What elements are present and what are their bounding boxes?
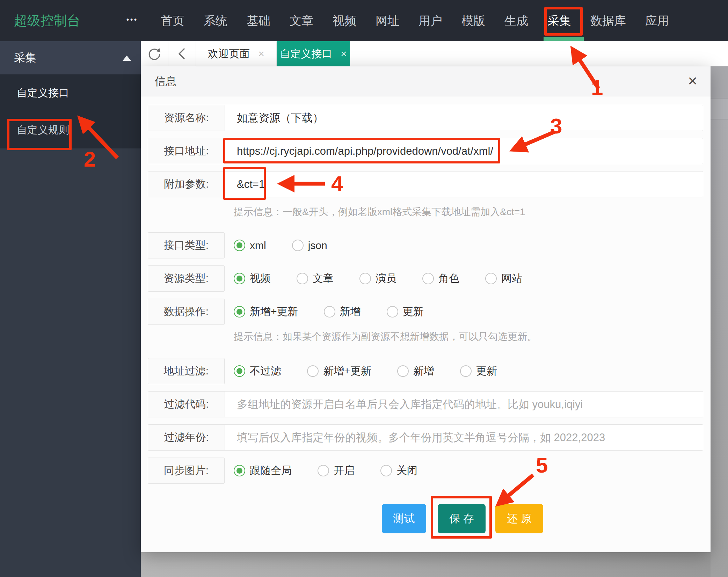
radio-url-filter-add-update[interactable]: 新增+更新 — [307, 364, 371, 378]
resource-name-input[interactable] — [225, 105, 703, 131]
api-type-options: xml json — [234, 240, 327, 251]
nav-item-system[interactable]: 系统 — [204, 0, 227, 41]
radio-label: 新增+更新 — [250, 305, 298, 319]
url-filter-options: 不过滤 新增+更新 新增 更新 — [234, 364, 497, 378]
nav-more-icon[interactable]: ••• — [126, 0, 138, 41]
api-url-input[interactable] — [225, 138, 703, 164]
radio-label: 跟随全局 — [250, 463, 292, 478]
radio-icon — [307, 365, 319, 377]
nav-item-collect[interactable]: 采集 — [547, 0, 571, 41]
nav-item-app[interactable]: 应用 — [645, 0, 669, 41]
tab-bar: 欢迎页面 × 自定义接口 × — [141, 41, 728, 66]
nav-item-url[interactable]: 网址 — [376, 0, 399, 41]
tab-close-icon[interactable]: × — [258, 48, 264, 60]
filter-year-label: 过滤年份: — [148, 425, 225, 450]
radio-resource-type-video[interactable]: 视频 — [234, 271, 271, 286]
dialog-title: 信息 — [155, 66, 176, 96]
dialog-close-icon[interactable]: × — [685, 66, 700, 96]
tab-welcome-page[interactable]: 欢迎页面 × — [196, 41, 277, 66]
nav-item-user[interactable]: 用户 — [418, 0, 442, 41]
radio-label: 开启 — [334, 463, 355, 478]
radio-url-filter-update[interactable]: 更新 — [460, 364, 497, 378]
row-api-type: 接口类型: xml json — [148, 232, 703, 258]
radio-sync-global[interactable]: 跟随全局 — [234, 463, 292, 478]
radio-resource-type-website[interactable]: 网站 — [485, 271, 522, 286]
radio-url-filter-add[interactable]: 新增 — [397, 364, 434, 378]
resource-name-label: 资源名称: — [148, 105, 225, 131]
radio-sync-on[interactable]: 开启 — [318, 463, 355, 478]
radio-label: 视频 — [250, 271, 271, 286]
tab-custom-api[interactable]: 自定义接口 × — [277, 41, 350, 66]
row-resource-type: 资源类型: 视频 文章 演员 角色 — [148, 265, 703, 292]
restore-button[interactable]: 还 原 — [495, 504, 543, 533]
sidebar-item-custom-api[interactable]: 自定义接口 — [0, 74, 141, 111]
resource-type-options: 视频 文章 演员 角色 网站 — [234, 271, 522, 286]
tab-label: 欢迎页面 — [208, 47, 250, 61]
radio-api-type-xml[interactable]: xml — [234, 240, 266, 251]
nav-item-article[interactable]: 文章 — [290, 0, 313, 41]
sidebar-group-collect[interactable]: 采集 — [0, 41, 141, 74]
radio-icon — [397, 365, 409, 377]
refresh-button[interactable] — [141, 41, 168, 66]
radio-icon — [234, 365, 245, 377]
dialog-header: 信息 × — [141, 66, 711, 96]
chevron-left-icon — [176, 46, 188, 61]
radio-label: 关闭 — [396, 463, 417, 478]
radio-data-op-update[interactable]: 更新 — [387, 305, 424, 319]
active-nav-underline — [544, 37, 584, 41]
sync-image-label: 同步图片: — [148, 458, 225, 484]
radio-url-filter-none[interactable]: 不过滤 — [234, 364, 281, 378]
extra-params-input[interactable] — [225, 171, 703, 197]
nav-item-home[interactable]: 首页 — [161, 0, 184, 41]
radio-label: 角色 — [438, 271, 459, 286]
row-data-operation: 数据操作: 新增+更新 新增 更新 — [148, 299, 703, 325]
sidebar: 采集 自定义接口 自定义规则 — [0, 41, 141, 577]
nav-item-generate[interactable]: 生成 — [504, 0, 528, 41]
radio-label: 演员 — [376, 271, 396, 286]
top-nav-menu: 首页 系统 基础 文章 视频 网址 用户 模版 生成 采集 数据库 应用 — [161, 0, 669, 41]
radio-label: 网站 — [501, 271, 522, 286]
tab-close-icon[interactable]: × — [341, 48, 347, 60]
filter-code-input[interactable] — [225, 392, 703, 417]
test-button[interactable]: 测试 — [382, 504, 426, 533]
radio-label: 新增 — [413, 364, 434, 378]
app-title: 超级控制台 — [14, 0, 80, 41]
radio-icon — [234, 465, 245, 476]
nav-item-template[interactable]: 模版 — [461, 0, 485, 41]
radio-data-op-add[interactable]: 新增 — [324, 305, 361, 319]
save-button[interactable]: 保 存 — [438, 504, 486, 533]
radio-label: 更新 — [476, 364, 497, 378]
url-filter-label: 地址过滤: — [148, 358, 225, 384]
radio-icon — [485, 273, 497, 284]
sidebar-group-label: 采集 — [14, 41, 36, 74]
radio-data-op-add-update[interactable]: 新增+更新 — [234, 305, 298, 319]
dimmed-page-background — [141, 552, 728, 577]
radio-api-type-json[interactable]: json — [292, 240, 327, 251]
radio-icon — [422, 273, 434, 284]
filter-code-label: 过滤代码: — [148, 392, 225, 417]
radio-resource-type-actor[interactable]: 演员 — [359, 271, 396, 286]
radio-label: xml — [250, 240, 266, 251]
radio-sync-off[interactable]: 关闭 — [380, 463, 417, 478]
back-button[interactable] — [168, 41, 196, 66]
nav-item-video[interactable]: 视频 — [333, 0, 356, 41]
radio-label: 更新 — [403, 305, 424, 319]
radio-icon — [387, 306, 398, 317]
nav-item-basic[interactable]: 基础 — [247, 0, 270, 41]
info-dialog: 信息 × 资源名称: 接口地址: 附加参数: 提示信息：一般&开头，例如老版xm… — [141, 66, 711, 552]
radio-label: 不过滤 — [250, 364, 281, 378]
radio-icon — [297, 273, 308, 284]
row-filter-year: 过滤年份: — [148, 424, 703, 451]
radio-resource-type-article[interactable]: 文章 — [297, 271, 334, 286]
api-url-label: 接口地址: — [148, 138, 225, 164]
nav-item-database[interactable]: 数据库 — [590, 0, 626, 41]
sidebar-item-custom-rule[interactable]: 自定义规则 — [0, 111, 141, 148]
filter-year-input[interactable] — [225, 425, 703, 450]
sidebar-submenu: 自定义接口 自定义规则 — [0, 74, 141, 148]
sync-image-options: 跟随全局 开启 关闭 — [234, 463, 417, 478]
radio-label: json — [308, 240, 327, 251]
radio-resource-type-role[interactable]: 角色 — [422, 271, 459, 286]
radio-label: 新增+更新 — [323, 364, 371, 378]
radio-icon — [292, 240, 304, 251]
radio-icon — [380, 465, 392, 476]
